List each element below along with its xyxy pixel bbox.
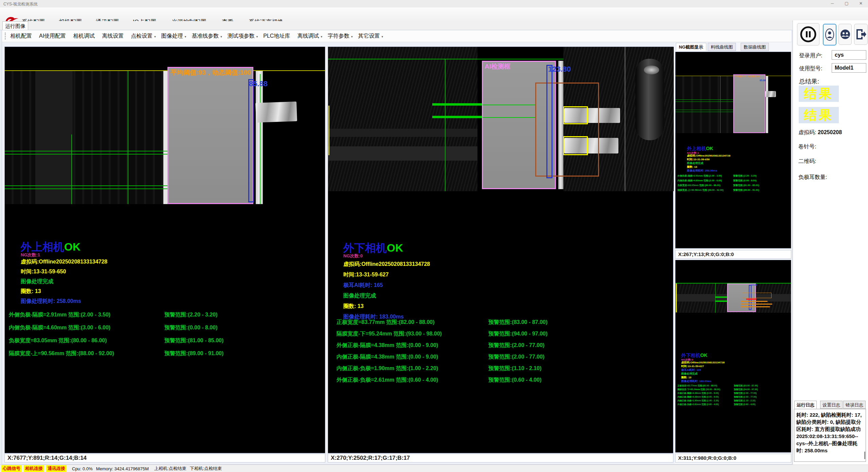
chevron-down-icon: ▾: [185, 35, 186, 38]
sidebar-coordinate-bar-1: X:267;Y:13;R:0;G:0;B:0: [675, 250, 791, 259]
tab-row: [0, 21, 792, 30]
toolbar-grip-handle[interactable]: [5, 33, 7, 39]
login-user-label: 登录用户:: [799, 52, 822, 59]
toolbar-button[interactable]: 离线设置: [102, 33, 125, 40]
toolbar-button[interactable]: 相机配置: [10, 33, 34, 40]
user-icon: [825, 28, 834, 41]
maximize-icon[interactable]: ▢: [839, 0, 854, 7]
electrode-region-box: 平均阈值:93，动态阈值:100: [167, 67, 253, 204]
tab-error-log[interactable]: 错误日志: [843, 401, 866, 409]
toolbar-button-label: 测试项参数: [228, 33, 255, 39]
ng-count-label: NG次数:0: [343, 253, 363, 259]
user-button[interactable]: [823, 24, 836, 46]
mini-info-lines: 虚拟码:Offline20250208133134728时间:13-31-59-…: [687, 154, 730, 173]
mini-info-lines: 虚拟码:Offline20250208133134728时间:13-31-59-…: [681, 361, 725, 383]
tab-ng-screenshot[interactable]: NG截图显示: [676, 43, 706, 51]
green-edge-vline: [260, 74, 260, 204]
chevron-down-icon: ▾: [220, 35, 222, 38]
mini-orange-annotation: [741, 301, 767, 302]
camera-info-line: 图像处理耗时: 183.00ms: [681, 379, 725, 383]
tab-line-curve[interactable]: 料线曲线图: [708, 43, 736, 51]
total-result-box-2: 结果: [799, 107, 839, 123]
toolbar-button-label: 点检设置: [131, 33, 152, 39]
camera-info-line: 时间:13-31-59-650: [687, 158, 730, 161]
tab-data-curve[interactable]: 数据曲线图: [741, 43, 769, 51]
camera-info-lines: 虚拟码:Offline20250208133134728时间:13-31-59-…: [21, 257, 107, 306]
conveyor-band: [328, 129, 477, 137]
toolbar-button[interactable]: 图像处理▾: [161, 33, 186, 40]
toolbar-button[interactable]: 基准线参数▾: [192, 33, 222, 40]
ng-thumbnail-upper-camera[interactable]: 平均阈值:93，动态阈值:100 85.88 外上相机OK NG次数:1 虚拟码…: [675, 52, 791, 249]
model-field[interactable]: Model1: [832, 63, 866, 73]
camera-name-label: 外下相机: [343, 242, 387, 254]
tab-label: NG截图显示: [679, 44, 703, 50]
measure-value-label: 85.88: [249, 79, 268, 88]
camera-info-line: 虚拟码:Offline20250208133134728: [21, 257, 107, 267]
toolbar-button[interactable]: 离线调试▾: [297, 33, 322, 40]
toolbar-button-label: 离线设置: [102, 33, 124, 39]
tab-run-image[interactable]: 运行图像: [2, 21, 28, 31]
tab-label: 数据曲线图: [744, 44, 766, 50]
mini-electrode-box: 平均阈值:93，动态阈值:100: [733, 74, 765, 133]
log-scrollbar-thumb[interactable]: [864, 452, 865, 459]
measurement-warning: 预警范围:(89.00 - 91.00): [164, 347, 223, 360]
toolbar-button[interactable]: 点检设置▾: [131, 33, 156, 40]
camera-info-line: 时间:13-31-59-650: [21, 267, 107, 276]
mini-measure-value: 85.88: [760, 79, 766, 81]
toolbar-button[interactable]: 字符参数▾: [328, 33, 353, 40]
toolbar-button[interactable]: 相机调试: [73, 33, 96, 40]
threshold-label: 平均阈值:93，动态阈值:100: [170, 68, 251, 77]
measurement-name: 负极宽度=83.05mm 范围:(80.00 - 86.00): [677, 183, 720, 188]
toolbar-button[interactable]: 测试项参数▾: [228, 33, 258, 40]
measurement-name: 外侧正极-负极=2.61mm 范围:(0.60 - 4.00): [677, 402, 719, 406]
toolbar: 相机配置 AI使用配置 相机调试 离线设置 点检设置▾ 图像处理▾ 基准线参数▾…: [2, 30, 791, 42]
camera-name-label: 外下相机: [681, 352, 700, 358]
tab-run-log[interactable]: 运行日志: [794, 401, 817, 409]
chevron-down-icon: ▾: [351, 35, 353, 38]
minimize-icon[interactable]: ─: [825, 0, 839, 7]
pause-button[interactable]: [797, 23, 819, 46]
measurement-warning: 预警范围:(89.00 - 91.00): [733, 188, 759, 193]
camera-info-line: 虚拟码:Offline20250208133134728: [681, 361, 725, 364]
green-measure-hline: [5, 154, 167, 155]
close-icon[interactable]: ✕: [854, 0, 868, 7]
blue-measure-bracket: [248, 79, 254, 202]
toolbar-button[interactable]: AI使用配置: [39, 33, 68, 40]
measurement-row: 正极宽度=83.77mm 范围:(82.00 - 88.00) 预警范围:(83…: [328, 316, 673, 328]
ok-status-label: OK: [706, 146, 713, 151]
yellow-edge-vline: [328, 106, 329, 155]
measurement-name: 内侧正极-负极=1.90mm 范围:(1.00 - 2.20): [677, 399, 719, 402]
tab-settings-log[interactable]: 设置日志: [820, 401, 843, 409]
login-user-field[interactable]: cys: [832, 50, 866, 60]
measurement-row: 内侧正极-负极=1.90mm 范围:(1.00 - 2.20) 预警范围:(1.…: [675, 399, 791, 402]
measurement-name: 外侧正极-隔膜=4.38mm 范围:(0.00 - 9.00): [677, 391, 719, 395]
green-thin-hline: [483, 117, 535, 118]
mini-texture: [675, 76, 733, 133]
memory-usage-label: Memory: 3424.41796875M: [96, 466, 149, 471]
logout-button[interactable]: [854, 24, 868, 45]
toolbar-button[interactable]: PLC地址库: [263, 33, 292, 40]
mini-measurement-list: 外侧负极-隔膜=2.91mm 范围:(2.00 - 3.50) 预警范围:(2.…: [675, 174, 791, 193]
right-camera-view[interactable]: AI检测框 123.80 外下相机OK NG次数:0 虚拟码:Offline20…: [328, 47, 673, 453]
measurement-name: 正极宽度=83.77mm 范围:(82.00 - 88.00): [337, 316, 435, 328]
camera-info-line: 圈数: 13: [21, 286, 107, 296]
mini-measurement-list: 正极宽度=83.77mm 范围:(82.00 - 88.00) 预警范围:(83…: [675, 384, 791, 406]
bottom-camera-status-label: 下相机:点检结束: [190, 466, 222, 472]
measurement-warning: 预警范围:(1.10 - 2.10): [734, 399, 756, 402]
log-text-area[interactable]: 耗时: 222, 缺陷检测耗时: 17, 缺陷分类耗时: 0, 缺陷提取分区耗时…: [794, 409, 866, 462]
status-indicator-badge: 心跳信号: [1, 465, 22, 472]
ng-thumbnail-lower-camera[interactable]: 123.80 外下相机OK NG次数:0 虚拟码:Offline20250208…: [675, 260, 791, 453]
mini-measure-value: 123.80: [751, 284, 757, 286]
measurement-list: 正极宽度=83.77mm 范围:(82.00 - 88.00) 预警范围:(83…: [328, 316, 673, 386]
negative-tab-count-label: 负极耳数量:: [798, 174, 827, 181]
machine-edge: [625, 47, 626, 191]
toolbar-button-label: 相机配置: [10, 33, 32, 39]
measurement-row: 内侧正极-负极=1.90mm 范围:(1.00 - 2.20) 预警范围:(1.…: [328, 363, 673, 374]
measurement-row: 内侧负极-隔膜=4.60mm 范围:(3.00 - 6.00) 预警范围:(0.…: [675, 178, 791, 183]
camera-name-label: 外上相机: [687, 146, 706, 151]
ok-status-label: OK: [700, 352, 707, 358]
green-thin-hline: [483, 105, 535, 105]
toolbar-button[interactable]: 其它设置▾: [358, 33, 383, 40]
users-group-button[interactable]: [838, 24, 852, 45]
left-camera-view[interactable]: 平均阈值:93，动态阈值:100 85.88 外上相机OK NG次数:1 虚拟码…: [4, 47, 325, 453]
